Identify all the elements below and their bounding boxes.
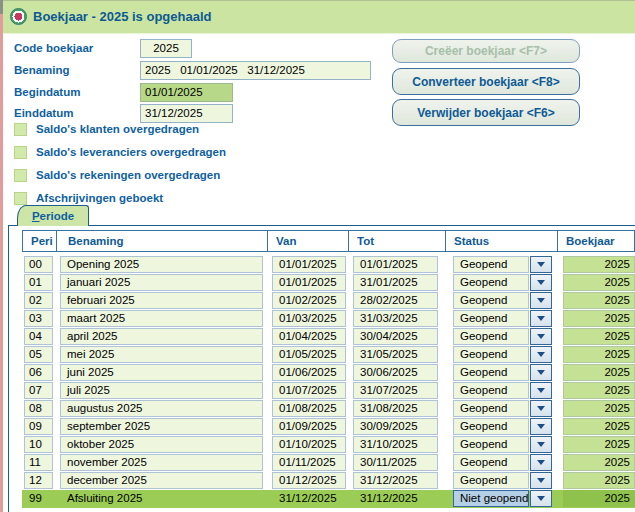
status-dropdown-button[interactable] xyxy=(530,328,552,345)
tot-cell[interactable]: 30/09/2025 xyxy=(353,418,438,435)
table-row[interactable]: 09september 202501/09/202530/09/2025Geop… xyxy=(22,418,635,436)
table-row[interactable]: 12december 202501/12/202531/12/2025Geope… xyxy=(22,472,635,490)
boekjaar-cell[interactable]: 2025 xyxy=(563,418,635,435)
status-dropdown-button[interactable] xyxy=(530,400,552,417)
verwijder-boekjaar-button[interactable]: Verwijder boekjaar <F6> xyxy=(392,99,580,126)
col-header-boekjaar[interactable]: Boekjaar xyxy=(558,231,634,251)
boekjaar-cell[interactable]: 2025 xyxy=(563,454,635,471)
status-cell[interactable]: Geopend xyxy=(453,418,529,435)
benaming-cell[interactable]: maart 2025 xyxy=(60,310,263,327)
table-row[interactable]: 04april 202501/04/202530/04/2025Geopend2… xyxy=(22,328,635,346)
status-cell[interactable]: Geopend xyxy=(453,400,529,417)
van-cell[interactable]: 01/01/2025 xyxy=(272,274,346,291)
peri-cell[interactable]: 01 xyxy=(24,274,53,291)
peri-cell[interactable]: 08 xyxy=(24,400,53,417)
table-row[interactable]: 03maart 202501/03/202531/03/2025Geopend2… xyxy=(22,310,635,328)
boekjaar-cell[interactable]: 2025 xyxy=(563,310,635,327)
benaming-cell[interactable]: augustus 2025 xyxy=(60,400,263,417)
tot-cell[interactable]: 31/10/2025 xyxy=(353,436,438,453)
table-row[interactable]: 02februari 202501/02/202528/02/2025Geope… xyxy=(22,292,635,310)
tot-cell[interactable]: 28/02/2025 xyxy=(353,292,438,309)
col-header-tot[interactable]: Tot xyxy=(349,231,446,251)
status-cell[interactable]: Geopend xyxy=(453,382,529,399)
boekjaar-cell[interactable]: 2025 xyxy=(563,274,635,291)
van-cell[interactable]: 01/08/2025 xyxy=(272,400,346,417)
tot-cell[interactable]: 31/07/2025 xyxy=(353,382,438,399)
converteer-boekjaar-button[interactable]: Converteer boekjaar <F8> xyxy=(392,68,580,95)
van-cell[interactable]: 01/10/2025 xyxy=(272,436,346,453)
boekjaar-cell[interactable]: 2025 xyxy=(563,292,635,309)
benaming-input[interactable]: 2025 01/01/2025 31/12/2025 xyxy=(140,61,371,80)
peri-cell[interactable]: 02 xyxy=(24,292,53,309)
peri-cell[interactable]: 09 xyxy=(24,418,53,435)
peri-cell[interactable]: 07 xyxy=(24,382,53,399)
peri-cell[interactable]: 12 xyxy=(24,472,53,489)
status-dropdown-button[interactable] xyxy=(530,490,552,507)
status-dropdown-button[interactable] xyxy=(530,292,552,309)
tot-cell[interactable]: 31/08/2025 xyxy=(353,400,438,417)
code-boekjaar-input[interactable]: 2025 xyxy=(140,39,192,58)
peri-cell[interactable]: 00 xyxy=(24,256,53,273)
tot-cell[interactable]: 30/04/2025 xyxy=(353,328,438,345)
peri-cell[interactable]: 03 xyxy=(24,310,53,327)
status-cell[interactable]: Geopend xyxy=(453,328,529,345)
van-cell[interactable]: 01/05/2025 xyxy=(272,346,346,363)
status-cell[interactable]: Niet geopend xyxy=(453,490,529,507)
saldo-klanten-checkbox[interactable] xyxy=(14,123,27,136)
van-cell[interactable]: 01/12/2025 xyxy=(272,472,346,489)
benaming-cell[interactable]: Opening 2025 xyxy=(60,256,263,273)
boekjaar-cell[interactable]: 2025 xyxy=(563,256,635,273)
peri-cell[interactable]: 04 xyxy=(24,328,53,345)
tot-cell[interactable]: 31/12/2025 xyxy=(353,490,438,507)
status-dropdown-button[interactable] xyxy=(530,454,552,471)
status-cell[interactable]: Geopend xyxy=(453,292,529,309)
col-header-benaming[interactable]: Benaming xyxy=(57,231,268,251)
status-dropdown-button[interactable] xyxy=(530,310,552,327)
status-cell[interactable]: Geopend xyxy=(453,310,529,327)
benaming-cell[interactable]: november 2025 xyxy=(60,454,263,471)
table-row[interactable]: 08augustus 202501/08/202531/08/2025Geope… xyxy=(22,400,635,418)
status-cell[interactable]: Geopend xyxy=(453,364,529,381)
status-dropdown-button[interactable] xyxy=(530,346,552,363)
status-dropdown-button[interactable] xyxy=(530,256,552,273)
boekjaar-cell[interactable]: 2025 xyxy=(563,382,635,399)
status-dropdown-button[interactable] xyxy=(530,436,552,453)
tot-cell[interactable]: 31/03/2025 xyxy=(353,310,438,327)
table-row[interactable]: 07juli 202501/07/202531/07/2025Geopend20… xyxy=(22,382,635,400)
table-row[interactable]: 99Afsluiting 202531/12/202531/12/2025Nie… xyxy=(22,490,635,508)
van-cell[interactable]: 01/04/2025 xyxy=(272,328,346,345)
boekjaar-cell[interactable]: 2025 xyxy=(563,490,635,507)
van-cell[interactable]: 01/09/2025 xyxy=(272,418,346,435)
van-cell[interactable]: 01/01/2025 xyxy=(272,256,346,273)
benaming-cell[interactable]: december 2025 xyxy=(60,472,263,489)
status-dropdown-button[interactable] xyxy=(530,382,552,399)
van-cell[interactable]: 01/07/2025 xyxy=(272,382,346,399)
van-cell[interactable]: 01/03/2025 xyxy=(272,310,346,327)
table-row[interactable]: 00Opening 202501/01/202501/01/2025Geopen… xyxy=(22,256,635,274)
peri-cell[interactable]: 06 xyxy=(24,364,53,381)
status-cell[interactable]: Geopend xyxy=(453,274,529,291)
benaming-cell[interactable]: januari 2025 xyxy=(60,274,263,291)
status-cell[interactable]: Geopend xyxy=(453,454,529,471)
status-dropdown-button[interactable] xyxy=(530,274,552,291)
tot-cell[interactable]: 30/06/2025 xyxy=(353,364,438,381)
col-header-peri[interactable]: Peri xyxy=(23,231,57,251)
benaming-cell[interactable]: mei 2025 xyxy=(60,346,263,363)
boekjaar-cell[interactable]: 2025 xyxy=(563,400,635,417)
benaming-cell[interactable]: oktober 2025 xyxy=(60,436,263,453)
boekjaar-cell[interactable]: 2025 xyxy=(563,436,635,453)
tot-cell[interactable]: 31/12/2025 xyxy=(353,472,438,489)
status-cell[interactable]: Geopend xyxy=(453,472,529,489)
begindatum-input[interactable]: 01/01/2025 xyxy=(140,83,233,102)
table-row[interactable]: 01januari 202501/01/202531/01/2025Geopen… xyxy=(22,274,635,292)
tot-cell[interactable]: 01/01/2025 xyxy=(353,256,438,273)
benaming-cell[interactable]: april 2025 xyxy=(60,328,263,345)
saldo-leveranciers-checkbox[interactable] xyxy=(14,146,27,159)
van-cell[interactable]: 01/06/2025 xyxy=(272,364,346,381)
saldo-rekeningen-checkbox[interactable] xyxy=(14,169,27,182)
status-cell[interactable]: Geopend xyxy=(453,256,529,273)
benaming-cell[interactable]: juli 2025 xyxy=(60,382,263,399)
tot-cell[interactable]: 31/05/2025 xyxy=(353,346,438,363)
boekjaar-cell[interactable]: 2025 xyxy=(563,364,635,381)
peri-cell[interactable]: 10 xyxy=(24,436,53,453)
